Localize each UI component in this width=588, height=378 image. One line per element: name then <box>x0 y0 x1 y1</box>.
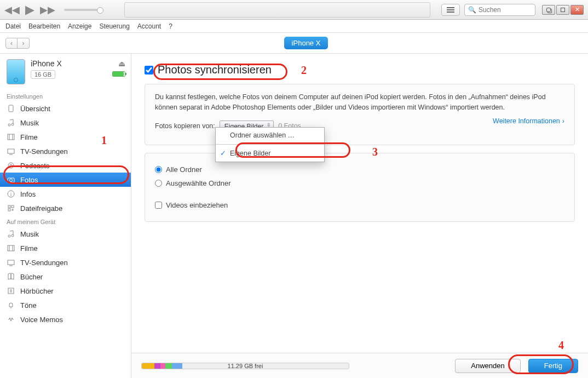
menu-anzeige[interactable]: Anzeige <box>68 22 91 30</box>
sidebar-item-label: Töne <box>20 301 37 310</box>
search-field[interactable]: 🔍 <box>464 4 535 16</box>
svg-rect-3 <box>8 134 14 140</box>
window-maximize-button[interactable] <box>556 5 569 15</box>
more-info-link[interactable]: Weitere Informationen› <box>493 116 564 127</box>
camera-icon <box>7 175 15 184</box>
sidebar-item-label: Musik <box>20 230 39 238</box>
music-icon <box>7 230 15 238</box>
sidebar-item-uebersicht[interactable]: Übersicht <box>0 101 131 116</box>
sidebar: iPhone X 16 GB ⏏ Einstellungen Übersicht… <box>0 54 131 378</box>
chevron-right-icon: › <box>562 117 564 125</box>
next-track-button[interactable]: ▶▶ <box>40 4 55 16</box>
device-badge[interactable]: iPhone X <box>284 37 328 49</box>
device-header-row: ‹ › iPhone X <box>0 33 588 54</box>
menu-bar: DateiBearbeitenAnzeigeSteuerungAccount? <box>0 20 588 33</box>
sidebar-item-label: Filme <box>20 133 38 141</box>
done-button[interactable]: Fertig <box>528 359 578 373</box>
sidebar-section-settings: Einstellungen <box>0 90 131 101</box>
sidebar-item-label: Fotos <box>20 176 38 184</box>
sidebar-item-datei[interactable]: Dateifreigabe <box>0 201 131 215</box>
svg-rect-14 <box>8 205 10 208</box>
svg-rect-0 <box>9 105 13 112</box>
annotation-number-1: 1 <box>101 134 107 147</box>
menu-account[interactable]: Account <box>137 22 161 30</box>
sidebar-item-d-filme[interactable]: Filme <box>0 241 131 255</box>
prev-track-button[interactable]: ◀◀ <box>4 4 20 16</box>
sidebar-item-d-voice[interactable]: Voice Memos <box>0 312 131 327</box>
sidebar-item-label: Infos <box>20 190 36 198</box>
content-area: Photos synchronisieren Du kannst festleg… <box>131 54 588 378</box>
bottom-bar: 11.29 GB frei Anwenden Fertig <box>131 353 588 378</box>
sync-photos-checkbox[interactable] <box>145 66 153 75</box>
window-minimize-button[interactable] <box>542 5 555 15</box>
svg-rect-19 <box>8 245 14 251</box>
tv-icon <box>7 147 15 156</box>
svg-point-11 <box>10 179 13 182</box>
annotation-number-2: 2 <box>301 64 307 77</box>
menu-?[interactable]: ? <box>169 22 172 30</box>
search-icon: 🔍 <box>468 6 476 14</box>
device-summary: iPhone X 16 GB ⏏ <box>0 57 131 90</box>
sidebar-item-d-musik[interactable]: Musik <box>0 227 131 241</box>
play-button[interactable]: ▶ <box>25 3 34 17</box>
apply-button[interactable]: Anwenden <box>455 359 520 373</box>
sidebar-item-infos[interactable]: iInfos <box>0 187 131 201</box>
volume-slider[interactable] <box>64 9 102 11</box>
svg-point-2 <box>11 123 14 125</box>
sidebar-item-d-tv[interactable]: TV-Sendungen <box>0 255 131 270</box>
copy-from-dropdown-menu: Ordner auswählen … Eigene Bilder <box>215 127 325 163</box>
sidebar-item-label: Podcasts <box>20 162 49 170</box>
apps-icon <box>7 204 15 213</box>
sidebar-item-label: Hörbücher <box>20 287 54 295</box>
svg-rect-6 <box>8 149 14 153</box>
svg-rect-16 <box>8 209 10 211</box>
all-folders-radio[interactable] <box>155 166 162 173</box>
sidebar-item-d-toene[interactable]: Töne <box>0 298 131 312</box>
dropdown-separator <box>216 144 324 145</box>
sidebar-item-filme[interactable]: Filme <box>0 130 131 144</box>
film-icon <box>7 133 15 141</box>
sidebar-section-ondevice: Auf meinem Gerät <box>0 215 131 227</box>
svg-point-8 <box>8 163 14 168</box>
menu-bearbeiten[interactable]: Bearbeiten <box>28 22 60 30</box>
sidebar-item-label: Filme <box>20 244 38 253</box>
lcd-display <box>124 2 430 18</box>
menu-steuerung[interactable]: Steuerung <box>99 22 129 30</box>
book-icon <box>7 272 15 281</box>
svg-point-9 <box>10 164 12 167</box>
sidebar-item-fotos[interactable]: Fotos <box>0 173 131 187</box>
sidebar-item-label: Voice Memos <box>20 316 63 324</box>
include-videos-checkbox[interactable] <box>155 202 162 209</box>
device-thumbnail-icon <box>7 59 25 84</box>
sidebar-item-d-hoer[interactable]: Hörbücher <box>0 284 131 298</box>
window-close-button[interactable]: ✕ <box>570 5 584 15</box>
selected-folders-radio[interactable] <box>155 180 162 187</box>
svg-point-18 <box>11 234 14 237</box>
copy-from-label: Fotos kopieren von: <box>155 121 215 131</box>
bell-icon <box>7 301 15 310</box>
dropdown-own-pictures[interactable]: Eigene Bilder <box>216 146 324 162</box>
eject-button[interactable]: ⏏ <box>118 59 125 68</box>
sidebar-item-podcasts[interactable]: Podcasts <box>0 158 131 173</box>
sidebar-item-musik[interactable]: Musik <box>0 116 131 130</box>
sync-description-text: Du kannst festlegen, welche Fotos von de… <box>155 92 564 113</box>
sidebar-item-d-buecher[interactable]: Bücher <box>0 270 131 284</box>
nav-forward-button[interactable]: › <box>18 38 30 49</box>
sidebar-item-label: Musik <box>20 119 39 127</box>
podcast-icon <box>7 161 15 170</box>
annotation-number-3: 3 <box>372 146 378 158</box>
sidebar-item-tv[interactable]: TV-Sendungen <box>0 144 131 158</box>
device-icon <box>7 104 15 113</box>
menu-datei[interactable]: Datei <box>5 22 21 30</box>
search-input[interactable] <box>479 6 532 14</box>
folder-options-panel: Alle Ordner Ausgewählte Ordner Videos ei… <box>145 153 575 222</box>
device-name: iPhone X <box>31 59 112 68</box>
sidebar-item-label: Bücher <box>20 273 43 281</box>
voice-icon <box>7 315 15 324</box>
list-view-button[interactable] <box>441 4 460 16</box>
sidebar-item-label: TV-Sendungen <box>20 259 68 267</box>
nav-back-button[interactable]: ‹ <box>5 38 18 49</box>
sync-description-panel: Du kannst festlegen, welche Fotos von de… <box>145 84 575 145</box>
storage-bar: 11.29 GB frei <box>141 363 349 369</box>
dropdown-choose-folder[interactable]: Ordner auswählen … <box>216 128 324 144</box>
